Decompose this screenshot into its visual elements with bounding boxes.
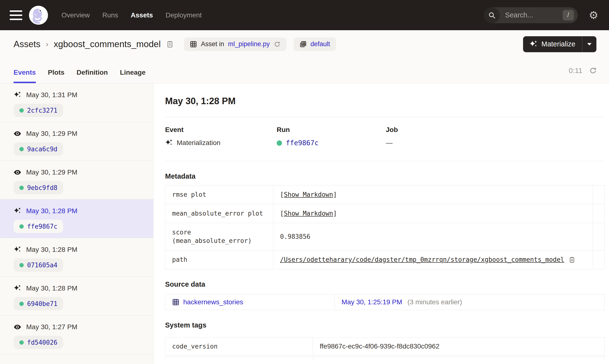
table-row: score (mean_absolute_error) 0.983856 xyxy=(165,223,605,250)
source-timestamp-link[interactable]: May 30, 1:25:19 PM xyxy=(342,298,402,306)
table-gutter-cell xyxy=(593,204,605,223)
run-id-link[interactable]: fd540026 xyxy=(27,339,57,346)
primary-nav: Overview Runs Assets Deployment xyxy=(61,11,202,19)
nav-item-runs[interactable]: Runs xyxy=(102,11,118,19)
table-row: code_version ffe9867c-ec9c-4f06-939c-f8d… xyxy=(165,338,605,355)
run-status-badge[interactable]: 9ebc9fd8 xyxy=(14,181,63,194)
content-area: May 30, 1:31 PM 2cfc3271 May 30, 1:29 PM… xyxy=(0,83,609,364)
copy-asset-name-icon[interactable] xyxy=(166,40,174,48)
materialize-split-button: Materialize xyxy=(523,36,596,52)
top-nav-bar: Overview Runs Assets Deployment Search..… xyxy=(0,0,609,30)
table-row: rmse plot [Show Markdown] xyxy=(165,185,605,204)
hamburger-menu-icon[interactable] xyxy=(10,10,22,20)
event-list-item-selected[interactable]: May 30, 1:28 PM ffe9867c xyxy=(0,199,153,238)
reload-definitions-icon[interactable] xyxy=(274,41,280,48)
materialization-sparkle-icon xyxy=(165,139,173,147)
search-placeholder: Search... xyxy=(505,11,533,19)
tab-plots[interactable]: Plots xyxy=(48,69,64,83)
run-id-link[interactable]: 2cfc3271 xyxy=(27,107,57,114)
search-icon xyxy=(484,7,500,23)
materialize-label: Materialize xyxy=(541,40,575,48)
asset-group-link[interactable]: default xyxy=(311,40,330,48)
run-id-link[interactable]: ffe9867c xyxy=(286,139,318,147)
search-input[interactable]: Search... / xyxy=(484,7,578,23)
run-success-dot xyxy=(19,340,24,345)
sparkle-icon xyxy=(529,40,538,48)
nav-item-deployment[interactable]: Deployment xyxy=(166,11,202,19)
asset-group-badge: default xyxy=(294,38,336,51)
run-success-dot xyxy=(19,263,24,267)
event-column: Event Materialization xyxy=(165,126,277,147)
run-status-badge[interactable]: 071605a4 xyxy=(14,258,63,272)
show-markdown-link[interactable]: [Show Markdown] xyxy=(280,191,337,198)
run-status-badge[interactable]: ffe9867c xyxy=(14,220,63,233)
event-list-item[interactable]: May 30, 1:29 PM 9aca6c9d xyxy=(0,122,153,161)
run-status-badge[interactable]: 6940be71 xyxy=(14,297,63,310)
run-status-badge[interactable]: 2cfc3271 xyxy=(14,104,63,117)
run-status-badge[interactable]: 9aca6c9d xyxy=(14,142,63,156)
run-column: Run ffe9867c xyxy=(277,126,386,147)
asset-pill-prefix: Asset in xyxy=(201,40,224,48)
table-gutter-cell xyxy=(593,250,605,269)
job-empty-value: — xyxy=(386,139,393,147)
job-column-label: Job xyxy=(386,126,605,134)
system-tag-key: code_version xyxy=(165,338,313,355)
code-location-link[interactable]: ml_pipeline.py xyxy=(228,40,270,48)
run-id-link[interactable]: 071605a4 xyxy=(27,261,57,269)
event-list-item[interactable]: May 30, 1:31 PM 2cfc3271 xyxy=(0,83,153,122)
event-timestamp: May 30, 1:27 PM xyxy=(26,323,77,331)
refresh-icon[interactable] xyxy=(589,67,597,75)
refresh-timer: 0:11 xyxy=(569,66,597,75)
materialization-sparkle-icon xyxy=(14,285,21,292)
event-type-value: Materialization xyxy=(177,139,221,147)
tab-events[interactable]: Events xyxy=(14,69,36,83)
tab-lineage[interactable]: Lineage xyxy=(120,69,145,83)
tab-definition[interactable]: Definition xyxy=(76,69,108,83)
run-id-link[interactable]: 9ebc9fd8 xyxy=(27,184,57,191)
materialize-button[interactable]: Materialize xyxy=(523,36,582,52)
divider xyxy=(165,117,605,117)
table-gutter-cell xyxy=(593,185,605,204)
source-data-table: hackernews_stories May 30, 1:25:19 PM (3… xyxy=(165,294,605,310)
run-success-dot xyxy=(19,147,24,151)
asset-group-icon xyxy=(299,41,307,48)
system-tags-heading: System tags xyxy=(165,321,605,329)
upstream-asset-link[interactable]: hackernews_stories xyxy=(183,298,243,306)
page-header: Assets › xgboost_comments_model Asset in… xyxy=(0,30,609,58)
asset-grid-icon xyxy=(190,41,197,48)
storage-path-link[interactable]: /Users/odetteharary/code/dagster/tmp_0mz… xyxy=(280,256,564,264)
event-timestamp: May 30, 1:29 PM xyxy=(26,130,77,138)
event-list-item[interactable]: May 30, 1:28 PM 071605a4 xyxy=(0,238,153,277)
run-success-dot xyxy=(19,108,24,113)
event-list-item[interactable]: May 30, 1:28 PM 6940be71 xyxy=(0,277,153,315)
event-list-item[interactable]: May 30, 1:27 PM fd540026 xyxy=(0,315,153,354)
nav-item-assets[interactable]: Assets xyxy=(131,11,153,19)
run-id-link[interactable]: 6940be71 xyxy=(27,300,57,307)
source-data-heading: Source data xyxy=(165,280,605,288)
run-success-dot xyxy=(277,141,282,146)
refresh-countdown: 0:11 xyxy=(569,66,582,75)
nav-item-overview[interactable]: Overview xyxy=(61,11,90,19)
run-id-link[interactable]: ffe9867c xyxy=(27,223,57,230)
materialize-dropdown-button[interactable] xyxy=(582,36,596,52)
table-row: path /Users/odetteharary/code/dagster/tm… xyxy=(165,250,605,269)
dagster-logo[interactable] xyxy=(28,5,48,25)
divider xyxy=(165,161,605,161)
event-column-label: Event xyxy=(165,126,277,134)
table-row: hackernews_stories May 30, 1:25:19 PM (3… xyxy=(165,294,605,310)
copy-path-icon[interactable] xyxy=(568,257,575,263)
show-markdown-link[interactable]: [Show Markdown] xyxy=(280,210,337,217)
metadata-key: mean_absolute_error plot xyxy=(165,204,273,223)
metadata-heading: Metadata xyxy=(165,172,605,180)
event-list-item[interactable]: May 30, 1:29 PM 9ebc9fd8 xyxy=(0,161,153,199)
observation-eye-icon xyxy=(14,323,21,331)
gear-icon[interactable]: ⚙ xyxy=(589,10,598,21)
breadcrumb-assets-link[interactable]: Assets xyxy=(14,39,41,49)
run-status-badge[interactable]: fd540026 xyxy=(14,336,63,349)
chevron-down-icon xyxy=(587,42,592,46)
observation-eye-icon xyxy=(14,130,21,138)
event-timestamp: May 30, 1:29 PM xyxy=(26,169,77,176)
run-id-link[interactable]: 9aca6c9d xyxy=(27,145,57,153)
system-tags-table: code_version ffe9867c-ec9c-4f06-939c-f8d… xyxy=(165,338,605,355)
tabs: Events Plots Definition Lineage xyxy=(14,58,145,83)
